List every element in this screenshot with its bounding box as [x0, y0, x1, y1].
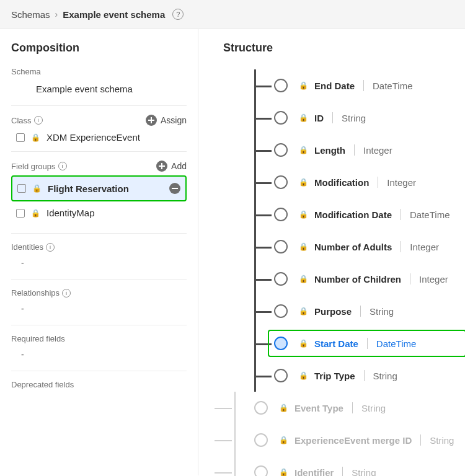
minus-icon[interactable] — [169, 183, 180, 194]
checkbox-icon[interactable] — [17, 184, 26, 193]
identities-label: Identities — [11, 242, 43, 252]
checkbox-icon[interactable] — [16, 133, 25, 142]
lock-icon: 🔒 — [299, 242, 308, 251]
schema-value: Example event schema — [11, 76, 187, 103]
lock-icon: 🔒 — [279, 403, 288, 412]
tree-node[interactable]: 🔒 Number of Adults Integer — [254, 231, 465, 263]
tree-node[interactable]: 🔒 ID String — [254, 102, 465, 134]
info-icon[interactable]: i — [46, 243, 55, 252]
composition-panel: Composition Schema Example event schema … — [0, 29, 198, 475]
lock-icon: 🔒 — [299, 371, 308, 380]
schema-label: Schema — [11, 67, 187, 76]
lock-icon: 🔒 — [279, 468, 288, 476]
deprecated-label: Deprecated fields — [11, 380, 187, 389]
required-value: - — [11, 343, 187, 368]
schema-tree: 🔒 End Date DateTime 🔒 ID String — [223, 69, 465, 476]
lock-icon: 🔒 — [299, 146, 308, 154]
lock-icon: 🔒 — [31, 209, 40, 218]
breadcrumb-root[interactable]: Schemas — [11, 9, 50, 20]
plus-icon — [146, 115, 157, 126]
identities-value: - — [11, 252, 187, 276]
tree-node[interactable]: 🔒 Modification Date DateTime — [254, 198, 465, 231]
tree-node[interactable]: 🔒 Purpose String — [254, 295, 465, 327]
add-button[interactable]: Add — [156, 161, 187, 172]
class-item[interactable]: 🔒 XDM ExperienceEvent — [11, 126, 187, 149]
lock-icon: 🔒 — [299, 81, 308, 90]
class-label: Class — [11, 116, 32, 125]
tree-node-selected[interactable]: 🔒 Start Date DateTime — [254, 327, 465, 359]
lock-icon: 🔒 — [299, 113, 308, 122]
help-icon[interactable]: ? — [172, 9, 184, 20]
tree-node[interactable]: 🔒 Number of Children Integer — [254, 263, 465, 295]
relationships-label: Relationships — [11, 288, 60, 298]
lock-icon: 🔒 — [299, 210, 308, 219]
lock-icon: 🔒 — [299, 178, 308, 187]
composition-title: Composition — [11, 42, 187, 55]
field-group-item-flight-reservation[interactable]: 🔒 Flight Reservation — [11, 175, 187, 201]
info-icon[interactable]: i — [62, 289, 71, 298]
tree-node[interactable]: 🔒 Modification Integer — [254, 166, 465, 198]
lock-icon: 🔒 — [31, 133, 40, 142]
tree-node-dim[interactable]: 🔒 ExperienceEvent merge ID String — [234, 424, 465, 456]
tree-node-dim[interactable]: 🔒 Identifier String — [234, 456, 465, 476]
structure-panel: Structure 🔒 End Date DateTime 🔒 — [198, 29, 465, 475]
plus-icon — [156, 161, 167, 172]
breadcrumb: Schemas › Example event schema ? — [0, 0, 465, 29]
info-icon[interactable]: i — [34, 116, 43, 125]
field-group-item-identitymap[interactable]: 🔒 IdentityMap — [11, 201, 187, 224]
checkbox-icon[interactable] — [16, 209, 25, 218]
assign-button[interactable]: Assign — [146, 115, 187, 126]
relationships-value: - — [11, 298, 187, 322]
tree-node[interactable]: 🔒 End Date DateTime — [254, 69, 465, 102]
tree-node-dim[interactable]: 🔒 Event Type String — [234, 392, 465, 424]
tree-node[interactable]: 🔒 Length Integer — [254, 134, 465, 166]
required-label: Required fields — [11, 334, 187, 343]
breadcrumb-current: Example event schema — [63, 9, 165, 20]
chevron-right-icon: › — [55, 9, 58, 19]
lock-icon: 🔒 — [279, 436, 288, 444]
lock-icon: 🔒 — [32, 184, 42, 193]
lock-icon: 🔒 — [299, 339, 308, 348]
lock-icon: 🔒 — [299, 307, 308, 315]
field-groups-label: Field groups — [11, 162, 56, 171]
lock-icon: 🔒 — [299, 275, 308, 283]
tree-node[interactable]: 🔒 Trip Type String — [254, 359, 465, 392]
info-icon[interactable]: i — [58, 162, 67, 170]
structure-title: Structure — [223, 42, 465, 55]
